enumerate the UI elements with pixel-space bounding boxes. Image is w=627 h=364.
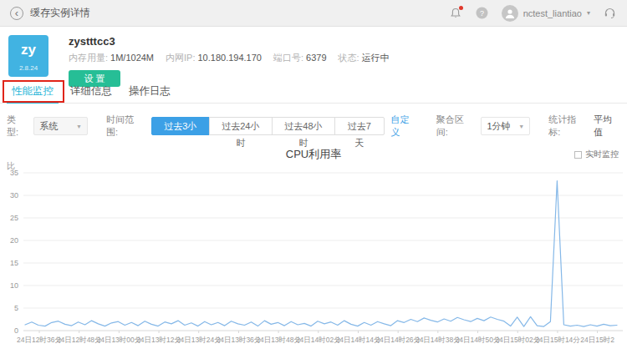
svg-text:25: 25: [10, 214, 18, 222]
instance-version: 2.8.24: [8, 65, 48, 72]
tab-operation-log[interactable]: 操作日志: [124, 80, 176, 104]
notifications-bell-icon[interactable]: [448, 6, 463, 21]
port-value: 6379: [306, 53, 326, 63]
support-headset-icon[interactable]: [602, 6, 617, 21]
instance-info-row: 内存用量:1M/1024M 内网IP:10.180.194.170 端口号:63…: [69, 52, 619, 64]
topbar: ‹ 缓存实例详情 ? nctest_liantiao ▾: [0, 0, 627, 27]
tab-performance-monitoring[interactable]: 性能监控: [7, 80, 59, 104]
svg-text:5: 5: [14, 304, 18, 312]
username-label: nctest_liantiao: [523, 8, 582, 18]
time-range-label: 时间范围:: [106, 114, 145, 139]
type-dropdown[interactable]: 系统 ▼: [33, 117, 88, 135]
realtime-checkbox[interactable]: [574, 151, 582, 159]
user-menu[interactable]: nctest_liantiao ▾: [502, 5, 590, 22]
y-axis-unit-label: 比: [7, 160, 15, 172]
help-icon[interactable]: ?: [475, 6, 490, 21]
instance-avatar: zy 2.8.24: [8, 35, 48, 77]
tab-bar: 性能监控 详细信息 操作日志: [0, 80, 627, 104]
svg-text:24日13时24分: 24日13时24分: [176, 336, 222, 344]
svg-text:24日14时14分: 24日14时14分: [336, 336, 381, 344]
svg-text:24日13时12分: 24日13时12分: [136, 336, 181, 344]
status-label: 状态:: [339, 53, 359, 63]
realtime-label: 实时监控: [585, 149, 619, 160]
svg-text:30: 30: [10, 191, 18, 200]
svg-text:24日12时36分: 24日12时36分: [17, 336, 62, 344]
time-range-group: 过去3小时 过去24小时 过去48小时 过去7天: [151, 117, 385, 135]
notification-badge: [459, 6, 463, 10]
metric-value: 平均值: [594, 114, 620, 139]
range-button-48h[interactable]: 过去48小时: [272, 117, 335, 135]
svg-text:24日15时02分: 24日15时02分: [495, 336, 540, 344]
svg-text:15: 15: [10, 259, 18, 267]
instance-header: zy 2.8.24 zystttcc3 内存用量:1M/1024M 内网IP:1…: [0, 27, 627, 78]
instance-avatar-text: zy: [8, 35, 48, 65]
range-button-7d[interactable]: 过去7天: [334, 117, 385, 135]
chevron-down-icon: ▼: [518, 124, 524, 129]
svg-text:24日14时26分: 24日14时26分: [375, 336, 421, 344]
svg-text:24日13时48分: 24日13时48分: [256, 336, 301, 344]
metric-label: 统计指标:: [548, 114, 587, 139]
chevron-down-icon: ▾: [587, 9, 590, 17]
svg-text:20: 20: [10, 236, 18, 245]
range-button-3h[interactable]: 过去3小时: [151, 117, 210, 135]
svg-text:10: 10: [10, 281, 18, 290]
type-label: 类型:: [7, 114, 27, 139]
svg-text:24日12时48分: 24日12时48分: [57, 336, 102, 344]
memory-usage-value: 1M/1024M: [110, 53, 154, 63]
chart-header: CPU利用率 实时监控: [0, 147, 627, 162]
svg-text:24日14时38分: 24日14时38分: [415, 336, 461, 344]
aggregation-dropdown-value: 1分钟: [487, 120, 510, 133]
svg-text:24日14时50分: 24日14时50分: [456, 336, 501, 344]
chevron-down-icon: ▼: [76, 124, 82, 129]
svg-text:24日15时14分: 24日15时14分: [535, 336, 580, 344]
tab-detailed-info[interactable]: 详细信息: [65, 80, 117, 104]
filter-bar: 类型: 系统 ▼ 时间范围: 过去3小时 过去24小时 过去48小时 过去7天 …: [7, 117, 627, 135]
range-button-24h[interactable]: 过去24小时: [209, 117, 273, 135]
chart-title: CPU利用率: [0, 147, 627, 162]
svg-text:24日15时2: 24日15时2: [580, 336, 614, 344]
type-dropdown-value: 系统: [39, 120, 58, 133]
internal-ip-label: 内网IP:: [166, 53, 195, 63]
svg-text:?: ?: [480, 9, 484, 18]
port-label: 端口号:: [273, 53, 303, 63]
custom-range-link[interactable]: 自定义: [391, 114, 418, 139]
realtime-monitor-toggle[interactable]: 实时监控: [574, 149, 619, 160]
svg-text:0: 0: [14, 326, 18, 335]
svg-text:24日14时02分: 24日14时02分: [296, 336, 341, 344]
memory-usage-label: 内存用量:: [69, 53, 108, 63]
page-title: 缓存实例详情: [30, 6, 90, 20]
aggregation-dropdown[interactable]: 1分钟 ▼: [481, 117, 530, 135]
status-value: 运行中: [362, 53, 390, 63]
internal-ip-value: 10.180.194.170: [198, 53, 262, 63]
svg-text:24日13时36分: 24日13时36分: [216, 336, 261, 344]
aggregation-label: 聚合区间:: [436, 114, 475, 139]
svg-text:24日13时00分: 24日13时00分: [96, 336, 141, 344]
user-avatar-icon: [502, 5, 518, 22]
back-icon[interactable]: ‹: [10, 7, 23, 20]
instance-name: zystttcc3: [69, 35, 619, 48]
